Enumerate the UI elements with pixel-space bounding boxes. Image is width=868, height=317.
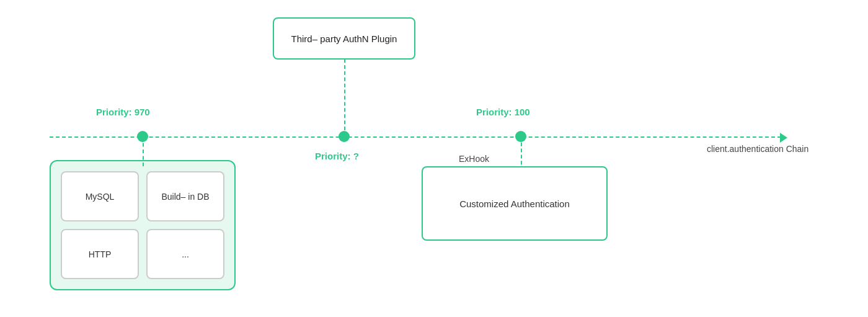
vert-line-2-up [344, 59, 345, 136]
third-party-label: Third– party AuthN Plugin [291, 33, 397, 44]
chain-line [50, 136, 781, 138]
chain-arrow [780, 133, 787, 143]
diagram-container: client.authentication Chain Priority: 97… [0, 0, 868, 317]
exhook-label: ExHook [459, 154, 489, 164]
auth-item-more: ... [146, 229, 224, 279]
exhook-group: Customized Authentication [422, 166, 608, 241]
priority-label-1: Priority: 970 [96, 107, 150, 117]
chain-label: client.authentication Chain [707, 144, 808, 154]
third-party-box: Third– party AuthN Plugin [273, 17, 415, 60]
vert-line-3 [521, 136, 522, 171]
auth-item-mysql: MySQL [61, 171, 139, 221]
priority-label-2: Priority: ? [315, 151, 359, 161]
customized-auth-label: Customized Authentication [459, 199, 570, 209]
priority-label-3: Priority: 100 [476, 107, 530, 117]
auth-item-http: HTTP [61, 229, 139, 279]
auth-group: MySQL Build– in DB HTTP ... [50, 160, 236, 290]
auth-item-buildin: Build– in DB [146, 171, 224, 221]
